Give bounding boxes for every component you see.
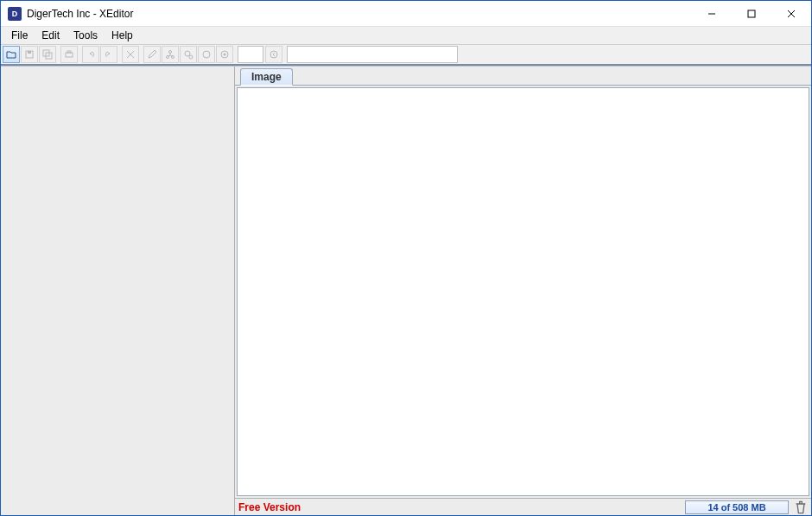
menu-tools[interactable]: Tools — [67, 28, 105, 43]
side-panel — [1, 67, 235, 515]
undo-icon — [86, 49, 96, 60]
minimize-icon — [707, 10, 716, 18]
stop-button[interactable] — [198, 46, 215, 63]
tab-image[interactable]: Image — [240, 68, 293, 86]
version-label: Free Version — [238, 501, 301, 513]
memory-meter[interactable]: 14 of 508 MB — [685, 500, 789, 514]
toolbar — [1, 44, 811, 66]
edit-icon — [147, 49, 157, 60]
svg-rect-8 — [66, 53, 73, 57]
saveall-icon — [42, 49, 53, 60]
right-panel: Image Free Version 14 of 508 MB — [235, 67, 811, 515]
undo-button[interactable] — [82, 46, 99, 63]
settings-icon — [219, 49, 230, 60]
save-icon — [24, 49, 35, 60]
svg-point-20 — [270, 51, 277, 58]
stop-icon — [201, 49, 212, 60]
statusbar: Free Version 14 of 508 MB — [235, 498, 811, 515]
cut-icon — [125, 49, 136, 60]
find-icon — [183, 49, 193, 60]
close-button[interactable] — [771, 1, 811, 27]
svg-point-15 — [185, 51, 190, 56]
cut-button[interactable] — [122, 46, 139, 63]
find-button[interactable] — [180, 46, 197, 63]
svg-rect-5 — [28, 51, 31, 54]
tree-button[interactable] — [162, 46, 179, 63]
search-input[interactable] — [288, 47, 457, 62]
svg-point-17 — [203, 51, 210, 58]
svg-rect-1 — [748, 10, 755, 17]
back-icon — [269, 49, 279, 60]
tree-icon — [165, 49, 175, 60]
redo-button[interactable] — [100, 46, 117, 63]
menu-edit[interactable]: Edit — [35, 28, 67, 43]
zoom-input[interactable] — [238, 47, 263, 62]
maximize-button[interactable] — [732, 1, 771, 27]
app-icon: D — [8, 7, 22, 21]
print-button[interactable] — [60, 46, 78, 63]
close-icon — [787, 10, 796, 18]
zoom-combo[interactable] — [238, 46, 263, 63]
saveall-button[interactable] — [39, 46, 56, 63]
titlebar: D DigerTech Inc - XEditor — [1, 1, 811, 27]
canvas-wrap — [235, 86, 811, 498]
back-button[interactable] — [265, 46, 282, 63]
maximize-icon — [747, 10, 756, 18]
open-icon — [6, 49, 16, 60]
edit-button[interactable] — [143, 46, 161, 63]
svg-rect-9 — [67, 51, 71, 53]
trash-icon — [794, 500, 808, 514]
settings-button[interactable] — [216, 46, 233, 63]
open-button[interactable] — [3, 46, 20, 63]
svg-point-19 — [224, 54, 226, 56]
search-combo[interactable] — [287, 46, 458, 63]
redo-icon — [104, 49, 114, 60]
main-area: Image Free Version 14 of 508 MB — [1, 66, 811, 515]
svg-point-16 — [189, 55, 193, 59]
minimize-button[interactable] — [692, 1, 732, 27]
save-button[interactable] — [21, 46, 38, 63]
image-canvas[interactable] — [237, 87, 809, 496]
tabstrip: Image — [235, 67, 811, 86]
menu-help[interactable]: Help — [105, 28, 140, 43]
print-icon — [64, 49, 74, 60]
menu-file[interactable]: File — [4, 28, 35, 43]
trash-button[interactable] — [794, 500, 808, 514]
menubar: File Edit Tools Help — [1, 27, 811, 44]
window-title: DigerTech Inc - XEditor — [27, 8, 133, 20]
